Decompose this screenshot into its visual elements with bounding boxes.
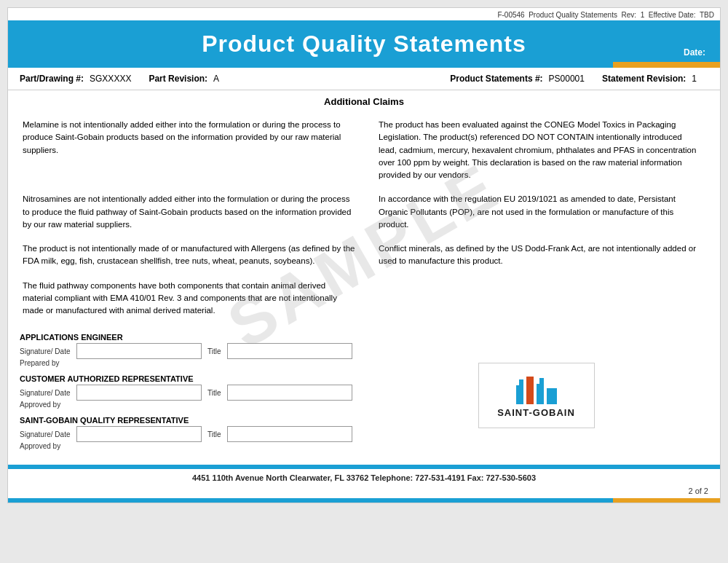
part-label: Part/Drawing #: [20, 74, 84, 84]
sig-box-2[interactable] [76, 385, 202, 401]
claim-7: The fluid pathway components have both c… [20, 274, 364, 323]
svg-rect-2 [526, 377, 534, 404]
sig-role-3: SAINT-GOBAIN QUALITY REPRESENTATIVE [20, 416, 352, 425]
section-heading: Additional Claims [8, 90, 720, 110]
svg-rect-0 [516, 385, 523, 404]
claim-1: Melamine is not intentionally added eith… [20, 113, 364, 187]
sig-sublabel-2: Approved by [20, 401, 352, 409]
part-value: SGXXXXX [90, 74, 131, 84]
meta-eff-value: TBD [700, 11, 714, 19]
sig-row-1: APPLICATIONS ENGINEER Signature/ Date Ti… [20, 333, 352, 367]
header-stripe [8, 62, 720, 68]
title-label-3: Title [207, 430, 221, 438]
page-header: Product Quality Statements Date: [8, 20, 720, 62]
date-label: Date: [684, 47, 705, 58]
page-title: Product Quality Statements [15, 31, 713, 58]
rev-value: A [213, 74, 219, 84]
ps-label: Product Statements #: [450, 74, 542, 84]
footer-address: 4451 110th Avenue North Clearwater, FL 3… [8, 469, 720, 487]
claim-8 [364, 274, 708, 323]
svg-rect-3 [537, 384, 544, 404]
sig-left-col: APPLICATIONS ENGINEER Signature/ Date Ti… [20, 333, 364, 457]
meta-line: F-00546 Product Quality Statements Rev: … [8, 8, 720, 20]
ps-value: PS00001 [549, 74, 585, 84]
stmt-rev-label: Statement Revision: [602, 74, 686, 84]
claim-6: Conflict minerals, as defined by the US … [364, 237, 708, 274]
part-info-row: Part/Drawing #: SGXXXXX Part Revision: A… [8, 68, 720, 90]
sig-sublabel-1: Prepared by [20, 359, 352, 367]
meta-doc-title: Product Quality Statements [529, 11, 617, 19]
claim-4: In accordance with the regulation EU 201… [364, 187, 708, 237]
document-page: SAMPLE F-00546 Product Quality Statement… [7, 7, 721, 503]
sig-role-1: APPLICATIONS ENGINEER [20, 333, 352, 342]
sig-right-col: SAINT-GOBAIN [364, 333, 708, 457]
sig-role-2: CUSTOMER AUTHORIZED REPRESENTATIVE [20, 374, 352, 383]
svg-rect-4 [539, 378, 544, 385]
logo-text: SAINT-GOBAIN [497, 407, 575, 418]
title-box-3[interactable] [227, 426, 352, 442]
sig-label-3: Signature/ Date [20, 430, 71, 438]
svg-rect-1 [519, 379, 523, 387]
page-number: 2 of 2 [8, 487, 720, 498]
sig-fields-3: Signature/ Date Title [20, 426, 352, 442]
sig-row-3: SAINT-GOBAIN QUALITY REPRESENTATIVE Sign… [20, 416, 352, 450]
claim-3: Nitrosamines are not intentionally added… [20, 187, 364, 237]
logo-buildings [515, 372, 558, 404]
logo-container: SAINT-GOBAIN [478, 363, 595, 428]
claim-2: The product has been evaluated against t… [364, 113, 708, 187]
title-box-2[interactable] [227, 385, 352, 401]
sig-row-2: CUSTOMER AUTHORIZED REPRESENTATIVE Signa… [20, 374, 352, 409]
footer-stripe-bottom [8, 498, 720, 503]
title-label-1: Title [207, 347, 221, 355]
sig-label-2: Signature/ Date [20, 389, 71, 397]
sig-fields-1: Signature/ Date Title [20, 343, 352, 359]
meta-rev-label: Rev: [622, 11, 637, 19]
sig-sublabel-3: Approved by [20, 442, 352, 450]
sig-box-3[interactable] [76, 426, 202, 442]
claims-grid: Melamine is not intentionally added eith… [8, 110, 720, 326]
sig-label-1: Signature/ Date [20, 347, 71, 355]
meta-rev-value: 1 [641, 11, 645, 19]
sig-fields-2: Signature/ Date Title [20, 385, 352, 401]
sig-box-1[interactable] [76, 343, 202, 359]
signature-section: APPLICATIONS ENGINEER Signature/ Date Ti… [20, 333, 708, 457]
meta-doc-id: F-00546 [497, 11, 524, 19]
svg-rect-5 [547, 388, 557, 404]
title-box-1[interactable] [227, 343, 352, 359]
meta-eff-label: Effective Date: [649, 11, 696, 19]
stmt-rev-value: 1 [692, 74, 697, 84]
rev-label: Part Revision: [149, 74, 207, 84]
logo-svg [515, 372, 558, 404]
claim-5: The product is not intentionally made of… [20, 237, 364, 274]
title-label-2: Title [207, 389, 221, 397]
